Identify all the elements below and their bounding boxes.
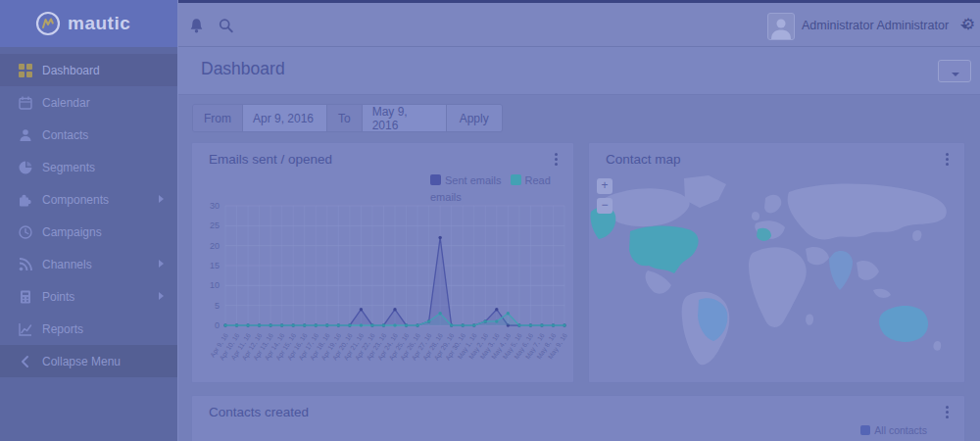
- caret-down-icon: [952, 73, 959, 76]
- apply-button[interactable]: Apply: [447, 105, 502, 131]
- emails-chart: 051015202530Apr 9, 16Apr 10, 16Apr 11, 1…: [196, 198, 571, 382]
- calculator-icon: [19, 290, 32, 304]
- kebab-menu-icon[interactable]: [946, 406, 950, 420]
- rss-icon: [19, 258, 32, 271]
- kebab-menu-icon[interactable]: [946, 153, 950, 168]
- grid-icon: [19, 64, 32, 77]
- from-label: From: [193, 105, 243, 131]
- date-filter: From Apr 9, 2016 To May 9, 2016 Apply: [192, 104, 503, 132]
- map-canada: [603, 188, 689, 226]
- map-greenland: [684, 175, 726, 208]
- contact-map-panel: Contact map + −: [588, 142, 965, 383]
- sidebar: mautic Dashboard Calendar Contacts: [0, 0, 178, 441]
- map-scandinavia: [764, 195, 781, 214]
- map-mexico: [646, 270, 671, 294]
- search-icon[interactable]: [219, 18, 233, 37]
- sidebar-nav: Dashboard Calendar Contacts Segments: [0, 54, 177, 377]
- sidebar-item-dashboard[interactable]: Dashboard: [0, 54, 177, 86]
- map-zoom-in-button[interactable]: +: [597, 178, 612, 194]
- emails-sent-opened-panel: Emails sent / opened Sent emails Read em…: [191, 142, 574, 383]
- sidebar-item-label: Calendar: [42, 96, 90, 110]
- pie-icon: [19, 161, 32, 174]
- map-australia: [879, 306, 928, 342]
- sidebar-item-segments[interactable]: Segments: [0, 151, 177, 183]
- bell-icon[interactable]: [189, 18, 204, 37]
- legend-item-sent-emails[interactable]: Sent emails: [430, 174, 501, 186]
- sidebar-item-label: Channels: [42, 258, 92, 271]
- map-middle-east: [806, 247, 829, 265]
- chevron-right-icon: [159, 195, 164, 203]
- topbar: Administrator Administrator ⚙: [178, 0, 980, 47]
- sidebar-item-label: Segments: [42, 161, 95, 174]
- avatar[interactable]: [767, 13, 795, 40]
- chevron-left-icon: [19, 355, 32, 368]
- map-uk: [752, 212, 760, 220]
- dashboard-options-button[interactable]: [938, 60, 971, 82]
- page-title: Dashboard: [201, 59, 285, 79]
- sidebar-item-contacts[interactable]: Contacts: [0, 119, 177, 151]
- map-africa: [749, 247, 807, 327]
- map-zoom-out-button[interactable]: −: [597, 198, 612, 214]
- svg-text:30: 30: [210, 201, 220, 211]
- emails-panel-title: Emails sent / opened: [209, 152, 332, 167]
- calendar-icon: [19, 96, 32, 110]
- sidebar-item-label: Campaigns: [42, 225, 102, 239]
- mautic-dashboard-app: mautic Dashboard Calendar Contacts: [0, 0, 980, 441]
- world-map: [589, 172, 964, 382]
- page-header: Dashboard: [178, 47, 980, 95]
- map-madagascar: [806, 315, 813, 325]
- from-date-input[interactable]: Apr 9, 2016: [243, 105, 327, 131]
- sidebar-item-label: Dashboard: [42, 64, 100, 77]
- sidebar-item-campaigns[interactable]: Campaigns: [0, 216, 177, 248]
- sidebar-item-components[interactable]: Components: [0, 183, 177, 216]
- clock-icon: [19, 225, 32, 239]
- sidebar-item-reports[interactable]: Reports: [0, 313, 177, 345]
- gear-icon[interactable]: ⚙: [961, 15, 975, 33]
- contacts-panel-title: Contacts created: [209, 405, 309, 419]
- mautic-logo-icon: [35, 11, 61, 36]
- contacts-created-panel: Contacts created All contacts: [191, 395, 965, 441]
- map-indonesia: [873, 289, 891, 298]
- legend-swatch: [430, 174, 441, 185]
- map-panel-title: Contact map: [606, 152, 681, 167]
- sidebar-item-label: Components: [42, 193, 109, 207]
- legend-swatch: [860, 425, 870, 435]
- map-asia: [788, 184, 947, 240]
- person-icon: [19, 128, 32, 142]
- chevron-right-icon: [159, 260, 164, 268]
- map-zoom-controls: + −: [597, 178, 612, 218]
- svg-text:0: 0: [215, 320, 220, 330]
- svg-text:15: 15: [210, 261, 220, 270]
- line-chart-icon: [19, 322, 32, 336]
- map-japan: [912, 230, 921, 241]
- map-united-states: [629, 225, 699, 273]
- to-label: To: [327, 105, 363, 131]
- user-name-label: Administrator Administrator: [802, 19, 949, 32]
- sidebar-item-label: Collapse Menu: [42, 355, 121, 368]
- sidebar-item-label: Contacts: [42, 128, 88, 142]
- map-southeast-asia: [857, 261, 879, 280]
- kebab-menu-icon[interactable]: [555, 153, 559, 168]
- svg-text:25: 25: [210, 220, 220, 230]
- sidebar-item-collapse-menu[interactable]: Collapse Menu: [0, 345, 177, 377]
- sidebar-item-calendar[interactable]: Calendar: [0, 86, 177, 119]
- svg-text:20: 20: [210, 241, 220, 251]
- contacts-chart-legend[interactable]: All contacts: [860, 424, 927, 436]
- legend-swatch: [511, 174, 521, 185]
- legend-label: All contacts: [874, 424, 927, 436]
- sidebar-item-points[interactable]: Points: [0, 280, 177, 313]
- mautic-logo[interactable]: mautic: [0, 0, 177, 47]
- map-india: [829, 251, 853, 290]
- svg-text:10: 10: [210, 280, 220, 290]
- brand-name: mautic: [68, 13, 130, 34]
- map-new-zealand: [933, 341, 941, 351]
- svg-text:5: 5: [215, 301, 220, 311]
- sidebar-item-channels[interactable]: Channels: [0, 248, 177, 280]
- sidebar-item-label: Points: [42, 290, 74, 304]
- chevron-right-icon: [159, 292, 164, 300]
- avatar-placeholder-icon: [768, 14, 794, 39]
- user-menu[interactable]: Administrator Administrator: [802, 19, 968, 32]
- to-date-input[interactable]: May 9, 2016: [363, 105, 447, 131]
- puzzle-icon: [19, 193, 32, 207]
- sidebar-item-label: Reports: [42, 322, 83, 336]
